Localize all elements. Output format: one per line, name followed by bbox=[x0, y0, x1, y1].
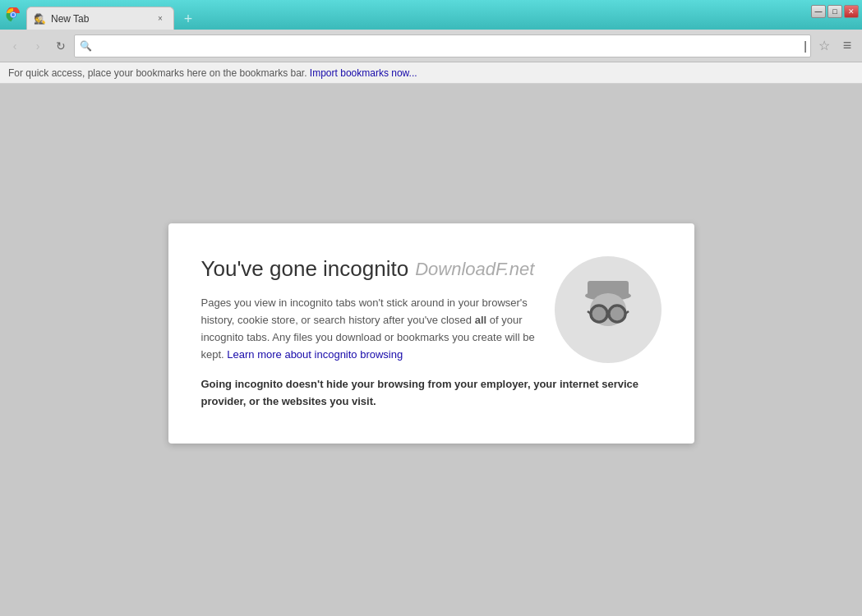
incognito-spy-icon bbox=[555, 256, 661, 363]
address-input[interactable] bbox=[97, 35, 804, 57]
incognito-card: You've gone incognito DownloadF.net Page… bbox=[168, 223, 694, 444]
svg-point-11 bbox=[592, 307, 606, 321]
incognito-warning: Going incognito doesn't hide your browsi… bbox=[201, 376, 661, 411]
active-tab[interactable]: 🕵 New Tab × bbox=[26, 7, 174, 30]
toolbar: ‹ › ↻ 🔍 | ☆ ≡ bbox=[0, 30, 862, 62]
close-button[interactable]: ✕ bbox=[844, 5, 859, 18]
window-controls: — □ ✕ bbox=[811, 5, 859, 18]
learn-more-link[interactable]: Learn more about incognito browsing bbox=[227, 348, 403, 361]
bookmarks-bar-message: For quick access, place your bookmarks h… bbox=[8, 67, 307, 79]
svg-point-2 bbox=[12, 13, 15, 16]
bookmarks-bar: For quick access, place your bookmarks h… bbox=[0, 62, 862, 84]
import-bookmarks-link[interactable]: Import bookmarks now... bbox=[310, 67, 417, 79]
new-tab-button[interactable]: + bbox=[177, 10, 199, 28]
chrome-menu-button[interactable]: ≡ bbox=[837, 36, 857, 56]
maximize-button[interactable]: □ bbox=[827, 5, 842, 18]
bookmark-star-button[interactable]: ☆ bbox=[814, 36, 834, 56]
tab-favicon: 🕵 bbox=[34, 13, 46, 25]
reload-button[interactable]: ↻ bbox=[51, 36, 71, 56]
chrome-icon bbox=[6, 7, 21, 22]
minimize-button[interactable]: — bbox=[811, 5, 826, 18]
incognito-body-text: Pages you view in incognito tabs won't s… bbox=[201, 295, 555, 363]
tab-close-button[interactable]: × bbox=[154, 12, 167, 25]
text-cursor-indicator: | bbox=[804, 39, 807, 53]
back-button[interactable]: ‹ bbox=[5, 36, 25, 56]
incognito-title: You've gone incognito bbox=[201, 256, 409, 282]
search-icon: 🔍 bbox=[75, 40, 97, 52]
svg-point-12 bbox=[610, 307, 624, 321]
watermark-text: DownloadF.net bbox=[415, 259, 534, 280]
forward-button[interactable]: › bbox=[28, 36, 48, 56]
tab-title: New Tab bbox=[51, 13, 149, 25]
page-content: You've gone incognito DownloadF.net Page… bbox=[0, 84, 862, 616]
